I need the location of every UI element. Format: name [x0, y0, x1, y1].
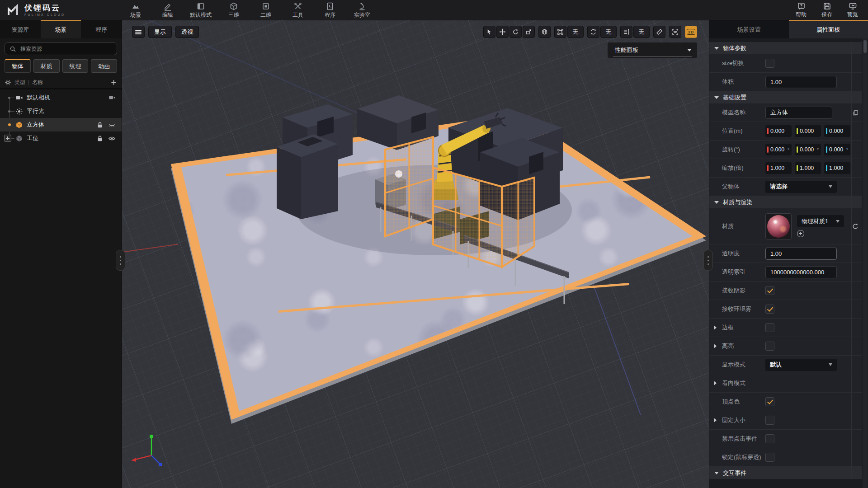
tree-row-workstation[interactable]: 工位: [0, 131, 122, 145]
help-button[interactable]: 帮助: [796, 2, 807, 19]
size-toggle-checkbox[interactable]: [765, 59, 774, 68]
model-name-input[interactable]: 立方体: [765, 107, 832, 119]
position-z-input[interactable]: 0.000: [824, 125, 850, 137]
display-mode-select[interactable]: 默认: [765, 359, 837, 371]
scale-z-input[interactable]: 1.000: [824, 162, 850, 174]
align-button[interactable]: [620, 26, 632, 38]
tab-resource-library[interactable]: 资源库: [0, 20, 41, 38]
tree-expand-icon[interactable]: [4, 135, 11, 142]
tab-scene[interactable]: 场景: [41, 20, 81, 38]
section-object-params[interactable]: 物体参数: [709, 42, 862, 54]
render-index-input[interactable]: 1000000000000.000: [765, 266, 837, 278]
copy-icon[interactable]: [852, 109, 859, 116]
camera-indicator-icon[interactable]: [108, 94, 116, 101]
sun-icon: [15, 108, 23, 115]
border-checkbox[interactable]: [765, 323, 774, 332]
position-x-input[interactable]: 0.000: [765, 125, 792, 137]
expand-caret-icon[interactable]: [714, 418, 717, 422]
nav-3d[interactable]: 三维: [224, 2, 244, 19]
mode-2d-button[interactable]: 2D: [685, 26, 697, 38]
disable-click-checkbox[interactable]: [765, 434, 774, 443]
nav-tools[interactable]: 工具: [288, 2, 308, 19]
volume-input[interactable]: 1.00: [765, 76, 837, 88]
reset-material-icon[interactable]: [852, 223, 859, 230]
tree-row-camera[interactable]: 默认相机: [0, 91, 122, 104]
snap-rotate-button[interactable]: [587, 26, 599, 38]
material-select[interactable]: 物理材质1: [797, 215, 844, 227]
rotation-z-input[interactable]: 0.000°: [824, 144, 850, 155]
edit-icon: [163, 2, 172, 11]
viewport-menu-button[interactable]: [132, 26, 145, 38]
expand-caret-icon[interactable]: [714, 381, 717, 385]
left-panel-collapse-handle[interactable]: [116, 250, 125, 271]
scale-tool-button[interactable]: [523, 26, 535, 38]
lock-icon[interactable]: [97, 135, 103, 142]
right-panel-scrollbar[interactable]: [863, 38, 868, 488]
section-basic-settings[interactable]: 基础设置: [709, 91, 862, 103]
eye-closed-icon[interactable]: [108, 122, 116, 128]
nav-default-mode[interactable]: 默认模式: [190, 2, 212, 19]
cursor-icon: [486, 28, 493, 35]
section-material-render[interactable]: 材质与渲染: [709, 196, 862, 208]
rotation-y-input[interactable]: 0.000°: [795, 144, 821, 155]
parent-select[interactable]: 请选择: [765, 181, 837, 193]
filter-textures[interactable]: 纹理: [62, 59, 89, 73]
gear-icon[interactable]: [5, 79, 11, 86]
lock-icon[interactable]: [97, 122, 103, 128]
position-y-input[interactable]: 0.000: [795, 125, 821, 137]
right-panel-collapse-handle[interactable]: [703, 250, 713, 271]
add-object-icon[interactable]: [110, 79, 117, 86]
align-value[interactable]: 无: [633, 26, 650, 38]
perspective-button[interactable]: 透视: [175, 26, 199, 38]
scale-y-input[interactable]: 1.000: [795, 162, 821, 174]
snap-rotate-value[interactable]: 无: [600, 26, 617, 38]
eye-open-icon[interactable]: [108, 135, 116, 142]
expand-caret-icon[interactable]: [714, 325, 717, 330]
receive-fog-checkbox[interactable]: [765, 305, 774, 314]
add-material-icon[interactable]: [797, 230, 804, 237]
move-tool-button[interactable]: [496, 26, 509, 38]
filter-objects[interactable]: 物体: [5, 59, 31, 73]
select-tool-button[interactable]: [483, 26, 495, 38]
measure-button[interactable]: [653, 26, 665, 38]
viewport-3d-canvas[interactable]: 显示 透视 无 无 无 2: [122, 20, 709, 488]
vertex-color-checkbox[interactable]: [765, 397, 774, 406]
expand-caret-icon[interactable]: [714, 344, 717, 348]
material-preview-sphere[interactable]: [765, 213, 792, 239]
tree-row-directional-light[interactable]: 平行光: [0, 104, 122, 118]
highlight-checkbox[interactable]: [765, 342, 774, 351]
fixed-size-checkbox[interactable]: [765, 416, 774, 425]
focus-view-button[interactable]: [669, 26, 681, 38]
nav-edit[interactable]: 编辑: [158, 2, 178, 19]
performance-panel-dropdown[interactable]: 性能面板: [608, 42, 697, 58]
rotation-x-input[interactable]: 0.000°: [765, 144, 792, 155]
scale-x-input[interactable]: 1.000: [765, 162, 792, 174]
viewport-toolbar: 无 无 无 2D: [483, 26, 697, 38]
snap-move-button[interactable]: [554, 26, 566, 38]
filter-materials[interactable]: 材质: [33, 59, 60, 73]
tab-scene-settings[interactable]: 场景设置: [709, 20, 789, 38]
preview-button[interactable]: 预览: [847, 2, 858, 19]
tab-property-panel[interactable]: 属性面板: [789, 20, 868, 38]
opacity-input[interactable]: 1.00: [765, 248, 837, 260]
scrollbar-thumb[interactable]: [863, 40, 867, 53]
search-input[interactable]: 搜索资源: [5, 42, 117, 55]
snap-move-value[interactable]: 无: [567, 26, 584, 38]
filter-animations[interactable]: 动画: [91, 59, 117, 73]
save-button[interactable]: 保存: [821, 2, 832, 19]
cube-outline-icon: [15, 135, 23, 142]
nav-scene[interactable]: 场景: [126, 2, 146, 19]
collapse-caret-icon: [714, 201, 719, 204]
display-button[interactable]: 显示: [148, 26, 172, 38]
nav-program[interactable]: 程序: [320, 2, 340, 19]
search-icon: [9, 46, 16, 52]
tree-row-cube[interactable]: 立方体: [0, 118, 122, 131]
receive-shadow-checkbox[interactable]: [765, 286, 774, 295]
rotate-tool-button[interactable]: [509, 26, 522, 38]
nav-lab[interactable]: 实验室: [352, 2, 372, 19]
globe-button[interactable]: [538, 26, 551, 38]
section-interaction-events[interactable]: 交互事件: [709, 467, 862, 479]
lock-mouse-checkbox[interactable]: [765, 453, 774, 462]
nav-2d[interactable]: 二维: [256, 2, 276, 19]
tab-program[interactable]: 程序: [81, 20, 122, 38]
